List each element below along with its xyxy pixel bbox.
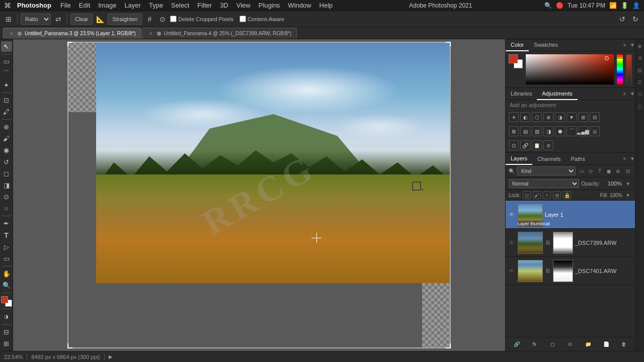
fill-arrow[interactable]: ▼ bbox=[624, 191, 632, 199]
canvas-area[interactable]: RRCG ⊕ bbox=[13, 39, 505, 351]
alpha-slider[interactable] bbox=[626, 54, 632, 84]
tool-blur[interactable]: ⊙ bbox=[1, 192, 12, 202]
grid-icon[interactable]: # bbox=[144, 14, 155, 25]
layer-item-1[interactable]: 👁 ⛓ _DSC7399.ARW bbox=[506, 229, 635, 257]
adj-invert[interactable]: ⊠ bbox=[509, 126, 519, 136]
opacity-arrow[interactable]: ▼ bbox=[624, 179, 632, 188]
ratio-dropdown[interactable]: Ratio bbox=[21, 14, 51, 25]
menu-3d[interactable]: 3D bbox=[216, 1, 232, 10]
fg-bg-colors[interactable] bbox=[1, 296, 12, 307]
filter-toggle[interactable]: ⊟ bbox=[624, 167, 632, 175]
delete-cropped-checkbox[interactable] bbox=[170, 16, 177, 22]
adj-panel-menu[interactable]: ≡ bbox=[620, 89, 630, 99]
delete-cropped-label[interactable]: Delete Cropped Pixels bbox=[170, 16, 233, 22]
adj-exposure[interactable]: ◎ bbox=[590, 126, 600, 136]
layer-vis-0[interactable]: 👁 bbox=[508, 211, 516, 219]
filter-shape[interactable]: ◼ bbox=[605, 167, 613, 175]
adj-photo-filter[interactable]: ▼ bbox=[567, 112, 577, 122]
rp-icon4[interactable]: ☰ bbox=[635, 77, 645, 86]
menu-view[interactable]: View bbox=[232, 1, 255, 10]
menu-search-icon[interactable]: 🔍 bbox=[544, 2, 552, 9]
tool-crop[interactable]: ⊡ bbox=[1, 95, 12, 106]
layer-vis-2[interactable]: 👁 bbox=[508, 267, 516, 275]
tool-brush[interactable]: 🖌 bbox=[1, 133, 12, 144]
adj-posterize[interactable]: ▤ bbox=[520, 126, 530, 136]
clear-button[interactable]: Clear bbox=[70, 14, 93, 25]
tab-color[interactable]: Color bbox=[506, 39, 529, 51]
adj-shadows[interactable]: ⊡ bbox=[509, 140, 519, 150]
tool-history-brush[interactable]: ↺ bbox=[1, 156, 12, 167]
tool-hand[interactable]: ✋ bbox=[1, 268, 12, 279]
menu-window[interactable]: Window bbox=[284, 1, 315, 10]
tool-marquee[interactable]: ▭ bbox=[1, 56, 12, 67]
tab-channels[interactable]: Channels bbox=[532, 153, 566, 165]
tool-eyedropper[interactable]: 🖍 bbox=[1, 107, 12, 117]
apple-icon[interactable]: ⌘ bbox=[4, 2, 11, 10]
hue-slider[interactable] bbox=[617, 54, 623, 84]
menu-user[interactable]: 👤 bbox=[632, 2, 640, 9]
adj-color-lookup[interactable]: ⊟ bbox=[590, 112, 600, 122]
tool-path-select[interactable]: ▷ bbox=[1, 242, 12, 252]
content-aware-label[interactable]: Content-Aware bbox=[239, 16, 284, 22]
adj-threshold[interactable]: ▧ bbox=[532, 126, 542, 136]
rp-icon5[interactable]: ⊡ bbox=[635, 89, 645, 99]
lock-artboard[interactable]: ⊞ bbox=[553, 191, 561, 199]
layers-fx[interactable]: fx bbox=[529, 339, 540, 350]
rp-icon3[interactable]: ▤ bbox=[635, 65, 645, 74]
status-arrow[interactable]: ▶ bbox=[109, 354, 113, 359]
tool-text[interactable]: T bbox=[1, 230, 12, 240]
tool-zoom[interactable]: 🔍 bbox=[1, 280, 12, 291]
tool-eraser[interactable]: ◻ bbox=[1, 168, 12, 179]
menu-plugins[interactable]: Plugins bbox=[255, 1, 284, 10]
tool-clone[interactable]: ◉ bbox=[1, 145, 12, 155]
layer-item-0[interactable]: 👁 Layer thumbnail Layer 1 bbox=[506, 201, 635, 229]
tool-move[interactable]: ↖ bbox=[1, 41, 12, 52]
adj-vibrance[interactable]: ◐ bbox=[520, 112, 530, 122]
adj-color-balance[interactable]: ⊕ bbox=[543, 112, 553, 122]
tab-libraries[interactable]: Libraries bbox=[506, 88, 537, 100]
menu-type[interactable]: Type bbox=[145, 1, 167, 10]
tool-artboard[interactable]: ⊞ bbox=[1, 338, 12, 349]
adj-levels[interactable]: ▂▄▆ bbox=[578, 126, 588, 136]
adj-link[interactable]: 🔗 bbox=[520, 140, 530, 150]
tab-panorama3[interactable]: ✕ Untitled_Panorama-3 @ 23.5% (Layer 1, … bbox=[3, 28, 141, 39]
rp-icon2[interactable]: ⊞ bbox=[635, 53, 645, 62]
layers-adj[interactable]: ⊙ bbox=[565, 339, 576, 350]
layers-kind-dropdown[interactable]: Kind bbox=[517, 166, 576, 175]
lock-transparent[interactable]: ⊡ bbox=[523, 191, 531, 199]
tool-lasso[interactable]: ⌒ bbox=[1, 68, 12, 78]
color-panel-menu[interactable]: ≡ bbox=[620, 40, 630, 50]
rp-icon6[interactable]: ◫ bbox=[635, 102, 645, 111]
fg-color[interactable] bbox=[1, 296, 8, 303]
adj-curves[interactable]: ⌒ bbox=[567, 126, 577, 136]
opacity-value[interactable]: 100% bbox=[602, 180, 622, 187]
rotate-cw-icon[interactable]: ↻ bbox=[630, 14, 641, 25]
filter-adj[interactable]: ⊙ bbox=[587, 167, 595, 175]
tab-close-icon[interactable]: ✕ bbox=[9, 31, 15, 37]
rotate-ccw-icon[interactable]: ↺ bbox=[617, 14, 628, 25]
menu-image[interactable]: Image bbox=[94, 1, 120, 10]
content-aware-checkbox[interactable] bbox=[239, 16, 246, 22]
layer-item-2[interactable]: 👁 ⛓ _DSC7401.ARW bbox=[506, 257, 635, 285]
adj-panel-collapse[interactable]: ▼ bbox=[630, 91, 635, 97]
tab-swatches[interactable]: Swatches bbox=[529, 39, 563, 51]
layers-link[interactable]: 🔗 bbox=[511, 339, 522, 350]
layers-folder[interactable]: 📁 bbox=[583, 339, 594, 350]
tool-pen[interactable]: ✒ bbox=[1, 218, 12, 229]
menu-notifications[interactable]: 🔴 bbox=[556, 2, 564, 9]
layers-new[interactable]: 📄 bbox=[601, 339, 612, 350]
color-gradient-picker[interactable] bbox=[526, 54, 614, 84]
menu-file[interactable]: File bbox=[56, 1, 75, 10]
lock-image[interactable]: 🖌 bbox=[533, 191, 541, 199]
tool-wand[interactable]: ✦ bbox=[1, 79, 12, 90]
color-panel-collapse[interactable]: ▼ bbox=[630, 42, 635, 48]
layer-vis-1[interactable]: 👁 bbox=[508, 239, 516, 247]
adj-selective-color[interactable]: ⬢ bbox=[555, 126, 565, 136]
menu-select[interactable]: Select bbox=[167, 1, 193, 10]
adj-hue-sat[interactable]: ⬡ bbox=[532, 112, 542, 122]
tab-panorama4[interactable]: ✕ Untitled_Panorama-4 @ 25% (_DSC7399.AR… bbox=[142, 28, 297, 39]
menu-filter[interactable]: Filter bbox=[193, 1, 216, 10]
menu-help[interactable]: Help bbox=[315, 1, 337, 10]
layers-mask[interactable]: ◻ bbox=[547, 339, 558, 350]
menu-edit[interactable]: Edit bbox=[75, 1, 94, 10]
